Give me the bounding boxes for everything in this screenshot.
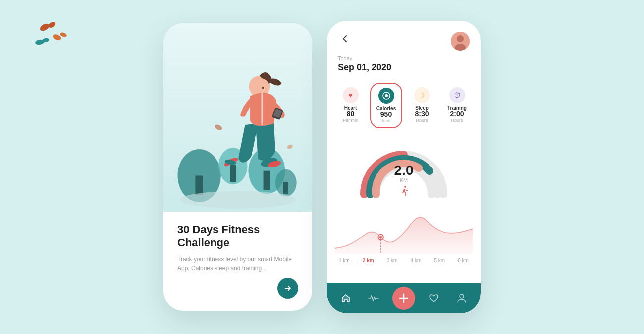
sleep-unit: Hours	[416, 118, 428, 123]
heart-icon: ♥	[343, 87, 359, 103]
avatar[interactable]	[451, 32, 470, 51]
wave-label-4km: 4 km	[411, 258, 422, 263]
nav-activity[interactable]	[365, 289, 382, 307]
svg-point-24	[286, 144, 293, 149]
gauge-section: 2.0 KM	[327, 132, 481, 204]
arrow-button[interactable]	[277, 278, 298, 299]
calories-icon	[378, 88, 394, 104]
heart-value: 80	[347, 111, 355, 118]
stats-row: ♥ Heart 80 Per min Calories 950 Kcal ☽ S…	[327, 79, 481, 132]
nav-profile[interactable]	[453, 289, 471, 307]
stat-heart[interactable]: ♥ Heart 80 Per min	[335, 83, 366, 128]
svg-point-4	[35, 39, 44, 46]
svg-rect-11	[230, 165, 236, 182]
date-main: Sep 01, 2020	[338, 62, 470, 73]
wave-label-2km: 2 km	[363, 258, 374, 263]
svg-rect-9	[264, 171, 270, 190]
nav-home[interactable]	[337, 289, 355, 307]
gauge-value: 2.0	[394, 164, 414, 177]
runner-illustration	[163, 33, 312, 226]
gauge-unit: KM	[394, 177, 414, 183]
phone-left-content: 30 Days Fitness Challenge Track your fit…	[163, 212, 312, 311]
svg-point-16	[262, 87, 264, 89]
challenge-title: 30 Days Fitness Challenge	[177, 223, 298, 250]
wave-label-5km: 5 km	[434, 258, 445, 263]
phone-right: Today Sep 01, 2020 ♥ Heart 80 Per min Ca…	[327, 21, 481, 313]
runner-icon	[398, 185, 410, 199]
svg-point-3	[59, 32, 67, 38]
back-button[interactable]	[338, 32, 352, 46]
svg-point-14	[180, 191, 296, 209]
svg-point-36	[460, 294, 464, 298]
date-section: Today Sep 01, 2020	[327, 56, 481, 79]
heart-unit: Per min	[343, 118, 358, 123]
nav-add[interactable]	[392, 287, 415, 310]
wave-chart: 1 km 2 km 3 km 4 km 5 km 6 km	[327, 204, 481, 283]
challenge-desc: Track your fitness level by our smart Mo…	[177, 255, 298, 273]
svg-point-29	[385, 94, 388, 97]
right-header	[327, 21, 481, 56]
wave-label-6km: 6 km	[458, 258, 469, 263]
bottom-nav	[327, 283, 481, 313]
svg-point-1	[48, 21, 57, 29]
svg-point-26	[457, 35, 464, 42]
svg-point-0	[39, 22, 50, 32]
phones-container: 30 Days Fitness Challenge Track your fit…	[163, 21, 481, 313]
sleep-icon: ☽	[414, 87, 430, 103]
wave-label-1km: 1 km	[339, 258, 350, 263]
sleep-value: 8:30	[415, 111, 429, 118]
gauge-container: 2.0 KM	[354, 137, 453, 202]
stat-calories[interactable]: Calories 950 Kcal	[370, 83, 402, 128]
training-icon: ⏱	[449, 87, 465, 103]
svg-point-2	[52, 33, 62, 41]
calories-value: 950	[380, 111, 392, 118]
stat-sleep[interactable]: ☽ Sleep 8:30 Hours	[406, 83, 437, 128]
training-unit: Hours	[451, 118, 463, 123]
nav-favorites[interactable]	[425, 289, 443, 307]
gauge-center: 2.0 KM	[394, 164, 414, 183]
svg-point-30	[404, 186, 406, 188]
svg-point-33	[379, 236, 382, 239]
svg-point-23	[214, 123, 223, 131]
wave-labels: 1 km 2 km 3 km 4 km 5 km 6 km	[335, 258, 473, 263]
svg-rect-7	[195, 175, 203, 195]
date-today-label: Today	[338, 56, 470, 61]
svg-point-5	[42, 38, 49, 43]
svg-rect-13	[283, 182, 288, 194]
stat-training[interactable]: ⏱ Training 2:00 Hours	[441, 83, 473, 128]
training-value: 2:00	[450, 111, 464, 118]
calories-unit: Kcal	[382, 118, 391, 123]
phone-left: 30 Days Fitness Challenge Track your fit…	[163, 23, 312, 311]
wave-label-3km: 3 km	[387, 258, 398, 263]
